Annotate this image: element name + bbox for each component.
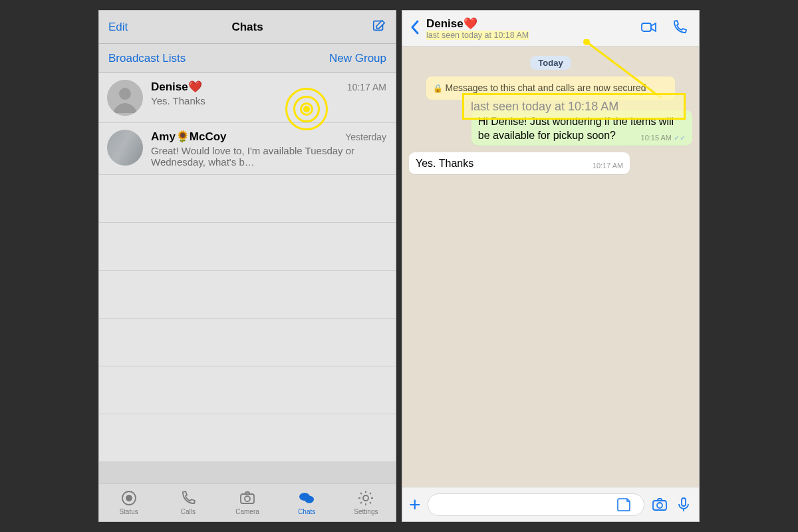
chats-navbar: Edit Chats [99,11,396,44]
svg-rect-5 [241,494,254,503]
svg-point-14 [657,503,662,508]
message-text: Yes. Thanks [416,158,473,169]
conversation-screen: Denise❤️ last seen today at 10:18 AM Tod… [402,10,700,522]
avatar-placeholder-icon [107,80,143,116]
voice-call-icon[interactable] [671,19,688,39]
annotation-callout: last seen today at 10:18 AM [462,93,686,120]
empty-row [99,223,396,271]
video-call-icon[interactable] [640,19,658,39]
chat-name: Amy🌻McCoy [151,130,227,144]
tab-status[interactable]: Status [99,483,158,521]
chats-list-screen: Edit Chats Broadcast Lists New Group D [98,10,396,522]
tab-label: Chats [298,508,315,515]
contact-header[interactable]: Denise❤️ last seen today at 10:18 AM [426,17,635,40]
lock-icon: 🔒 [433,84,443,93]
svg-rect-15 [682,498,686,506]
navbar-title: Chats [99,21,396,34]
day-separator: Today [530,56,571,70]
svg-point-6 [245,496,250,501]
message-meta: 10:17 AM [593,161,623,170]
tab-label: Settings [354,508,378,515]
svg-rect-13 [653,501,666,510]
chat-time: Yesterday [345,132,386,142]
contact-name: Denise❤️ [426,17,635,31]
message-meta: 10:15 AM✓✓ [641,133,686,142]
camera-icon[interactable] [651,496,668,513]
message-bubble-incoming[interactable]: Yes. Thanks 10:17 AM [409,152,630,174]
empty-row [99,175,396,223]
svg-point-4 [126,495,132,501]
chat-name: Denise❤️ [151,80,202,94]
tab-calls[interactable]: Calls [158,483,217,521]
back-icon[interactable] [409,19,421,39]
chat-row[interactable]: Denise❤️ 10:17 AM Yes. Thanks [99,73,396,123]
sticker-icon[interactable] [615,496,632,513]
chat-time: 10:17 AM [347,82,386,92]
svg-point-8 [305,496,314,503]
attach-icon[interactable]: + [409,495,421,515]
chat-preview: Great! Would love to, I'm available Tues… [151,145,386,168]
tab-label: Status [119,508,138,515]
microphone-icon[interactable] [675,496,692,513]
tab-label: Camera [235,508,259,515]
tab-settings[interactable]: Settings [336,483,396,521]
tab-chats[interactable]: Chats [277,483,336,521]
chat-row[interactable]: Amy🌻McCoy Yesterday Great! Would love to… [99,123,396,175]
empty-row [99,366,396,414]
message-input-bar: + [402,487,699,521]
chats-subheader: Broadcast Lists New Group [99,44,396,73]
tab-bar: Status Calls Camera Chats Settings [99,483,396,521]
svg-point-2 [119,88,131,100]
conversation-navbar: Denise❤️ last seen today at 10:18 AM [402,11,699,47]
svg-rect-10 [642,23,651,31]
chat-list: Denise❤️ 10:17 AM Yes. Thanks Amy🌻McCoy … [99,73,396,462]
avatar-photo [107,130,143,166]
broadcast-lists-link[interactable]: Broadcast Lists [108,52,186,65]
tab-label: Calls [181,508,196,515]
chat-preview: Yes. Thanks [151,95,386,106]
message-input[interactable] [428,493,644,516]
empty-row [99,271,396,319]
last-seen-status: last seen today at 10:18 AM [426,31,635,40]
read-receipt-icon: ✓✓ [674,134,686,142]
new-group-link[interactable]: New Group [329,52,386,65]
svg-point-9 [363,495,368,501]
empty-row [99,414,396,462]
tab-camera[interactable]: Camera [217,483,277,521]
empty-row [99,319,396,366]
